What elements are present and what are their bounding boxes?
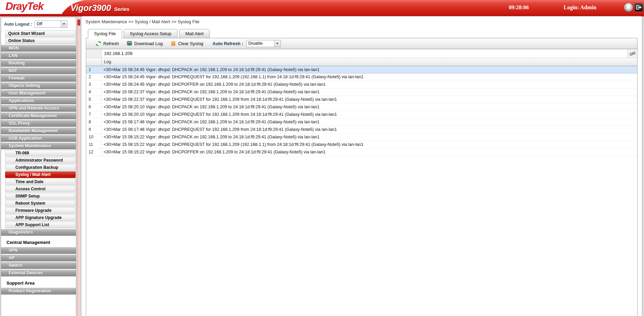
table-row[interactable]: 11 <30>Mar 15 08:15:22 Vigor: dhcpd: DHC… [86, 141, 637, 149]
sidebar-item-tr-069[interactable]: TR-069 [5, 150, 76, 156]
sidebar-item-objects-setting[interactable]: Objects Setting [1, 82, 76, 89]
refresh-button[interactable]: Refresh [92, 41, 123, 46]
download-log-button[interactable]: Download Log [123, 41, 167, 46]
log-column-header: Log [102, 58, 111, 66]
sidebar-item-certificate-management[interactable]: Certificate Management [1, 112, 76, 119]
sidebar-item-lan[interactable]: LAN [1, 52, 76, 59]
sidebar-item-snmp-setup[interactable]: SNMP Setup [5, 193, 76, 200]
row-number: 8 [86, 119, 101, 126]
filter-corner-cell [86, 49, 102, 58]
log-message: <30>Mar 15 08:15:22 Vigor: dhcpd: DHCPOF… [101, 149, 326, 156]
download-log-label: Download Log [134, 41, 163, 46]
breadcrumb: System Maintenance >> Syslog / Mail Aler… [81, 16, 642, 24]
log-table-header: Log [86, 58, 637, 66]
sidebar-menu: Quick Start Wizard Online Status WAN LAN… [1, 30, 76, 294]
row-number: 2 [86, 73, 101, 81]
sidebar-item-usb-application[interactable]: USB Application [1, 135, 76, 142]
sidebar-item-bandwidth-management[interactable]: Bandwidth Management [1, 127, 76, 134]
sidebar-item-external-devices[interactable]: External Devices [1, 270, 76, 276]
table-row[interactable]: 10 <30>Mar 15 08:15:22 Vigor: dhcpd: DHC… [86, 134, 637, 141]
table-row[interactable]: 2 <30>Mar 15 08:24:45 Vigor: dhcpd: DHCP… [86, 73, 637, 81]
filter-row [86, 49, 637, 58]
sidebar-item-wan[interactable]: WAN [1, 45, 76, 52]
row-number: 12 [86, 149, 101, 156]
table-row[interactable]: 7 <30>Mar 15 08:20:10 Vigor: dhcpd: DHCP… [86, 111, 637, 119]
log-message: <30>Mar 15 08:20:10 Vigor: dhcpd: DHCPAC… [101, 104, 319, 111]
table-row[interactable]: 9 <30>Mar 15 08:17:46 Vigor: dhcpd: DHCP… [86, 126, 637, 134]
tab-bar: Syslog File Syslog Access Setup Mail Ale… [88, 29, 210, 39]
log-message: <30>Mar 15 08:20:10 Vigor: dhcpd: DHCPRE… [101, 111, 337, 118]
row-number: 6 [86, 104, 101, 111]
tab-syslog-access-setup[interactable]: Syslog Access Setup [124, 29, 178, 38]
sidebar-item-ap[interactable]: AP [1, 255, 76, 261]
tab-mail-alert[interactable]: Mail Alert [179, 29, 210, 38]
log-message: <30>Mar 15 08:15:22 Vigor: dhcpd: DHCPAC… [101, 134, 319, 141]
log-table-body: 1 <30>Mar 15 08:24:45 Vigor: dhcpd: DHCP… [86, 66, 637, 156]
sidebar-item-system-maintenance[interactable]: System Maintenance [1, 142, 76, 149]
log-message: <30>Mar 15 08:17:46 Vigor: dhcpd: DHCPRE… [101, 126, 337, 133]
sidebar-item-app-signature-upgrade[interactable]: APP Signature Upgrade [5, 215, 76, 221]
row-number: 1 [86, 66, 101, 73]
tab-syslog-file[interactable]: Syslog File [88, 29, 122, 39]
row-number-column-header [86, 58, 102, 66]
row-number: 7 [86, 111, 101, 118]
log-message: <30>Mar 15 08:24:45 Vigor: dhcpd: DHCPAC… [101, 66, 319, 73]
logout-icon[interactable] [634, 3, 643, 12]
table-row[interactable]: 6 <30>Mar 15 08:20:10 Vigor: dhcpd: DHCP… [86, 104, 637, 111]
auto-refresh-value: Disable [247, 40, 274, 47]
sidebar-item-reboot-system[interactable]: Reboot System [5, 200, 76, 207]
toolbar: Refresh Download Log [86, 38, 637, 49]
sidebar-item-configuration-backup[interactable]: Configuration Backup [5, 164, 76, 171]
row-number: 3 [86, 81, 101, 88]
sidebar-item-ssl-proxy[interactable]: SSL Proxy [1, 120, 76, 127]
sidebar-scrollbar-thumb[interactable] [77, 19, 80, 26]
clear-syslog-label: Clear Syslog [178, 41, 203, 46]
sidebar-item-firmware-upgrade[interactable]: Firmware Upgrade [5, 207, 76, 214]
bell-icon[interactable] [624, 3, 633, 12]
log-message: <30>Mar 15 08:15:22 Vigor: dhcpd: DHCPRE… [101, 141, 364, 148]
sidebar-item-vpn[interactable]: VPN [1, 247, 76, 254]
sidebar-item-app-support-list[interactable]: APP Support List [5, 222, 76, 228]
table-row[interactable]: 3 <30>Mar 15 08:24:45 Vigor: dhcpd: DHCP… [86, 81, 637, 88]
product-title: Vigor3900Series [70, 3, 130, 13]
row-number: 5 [86, 96, 101, 103]
sidebar-item-syslog-mail-alert[interactable]: Syslog / Mail Alert [5, 171, 76, 178]
sidebar-item-time-and-date[interactable]: Time and Date [5, 179, 76, 185]
sidebar-item-diagnostics[interactable]: Diagnostics [1, 229, 76, 236]
sidebar-item-quick-start-wizard[interactable]: Quick Start Wizard [5, 30, 76, 37]
log-filter-input[interactable] [102, 49, 628, 58]
main-panel: System Maintenance >> Syslog / Mail Aler… [81, 16, 642, 316]
app-header: DrayTek Vigor3900Series 09:28:06 Login: … [0, 0, 644, 16]
chevron-down-icon [63, 23, 65, 25]
sidebar-item-nat[interactable]: NAT [1, 67, 76, 74]
sidebar-item-vpn-and-remote-access[interactable]: VPN and Remote Access [1, 105, 76, 112]
search-binoculars-icon[interactable] [628, 49, 637, 58]
log-message: <30>Mar 15 08:22:37 Vigor: dhcpd: DHCPAC… [101, 88, 319, 96]
table-row[interactable]: 4 <30>Mar 15 08:22:37 Vigor: dhcpd: DHCP… [86, 88, 637, 96]
sidebar-item-administrator-password[interactable]: Administrator Password [5, 157, 76, 164]
sidebar-item-routing[interactable]: Routing [1, 60, 76, 67]
sidebar: Auto Logout : Off Quick Start Wizard Onl… [1, 17, 76, 316]
sidebar-item-online-status[interactable]: Online Status [5, 38, 76, 44]
auto-logout-select[interactable]: Off [35, 20, 67, 28]
sidebar-item-access-control[interactable]: Access Control [5, 186, 76, 192]
auto-refresh-select-trigger[interactable] [274, 40, 280, 47]
table-row[interactable]: 12 <30>Mar 15 08:15:22 Vigor: dhcpd: DHC… [86, 149, 637, 156]
sidebar-scrollbar[interactable] [77, 19, 80, 316]
table-row[interactable]: 1 <30>Mar 15 08:24:45 Vigor: dhcpd: DHCP… [86, 66, 637, 73]
sidebar-item-user-management[interactable]: User Management [1, 90, 76, 97]
refresh-icon [95, 41, 101, 46]
auto-refresh-label: Auto Refresh : [212, 41, 243, 46]
sidebar-item-switch[interactable]: Switch [1, 262, 76, 269]
sidebar-group-support-area: Support Area [1, 280, 76, 286]
row-number: 9 [86, 126, 101, 133]
table-row[interactable]: 8 <30>Mar 15 08:17:46 Vigor: dhcpd: DHCP… [86, 119, 637, 126]
table-row[interactable]: 5 <30>Mar 15 08:22:37 Vigor: dhcpd: DHCP… [86, 96, 637, 104]
sidebar-item-product-registration[interactable]: Product Registration [1, 288, 76, 294]
refresh-label: Refresh [103, 41, 119, 46]
sidebar-item-firewall[interactable]: Firewall [1, 75, 76, 82]
auto-logout-select-trigger[interactable] [61, 21, 67, 27]
auto-refresh-select[interactable]: Disable [246, 40, 281, 47]
clear-syslog-button[interactable]: Clear Syslog [167, 41, 207, 46]
sidebar-item-applications[interactable]: Applications [1, 97, 76, 104]
